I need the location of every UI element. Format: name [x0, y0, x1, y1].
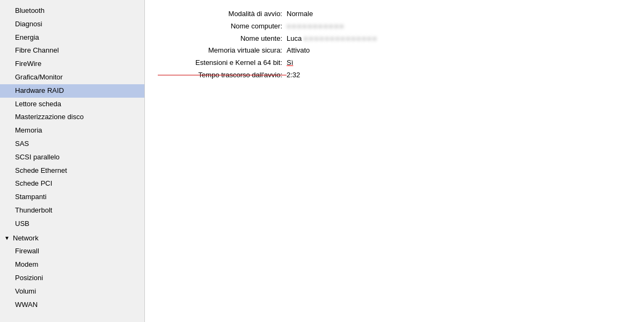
- sidebar-item-thunderbolt[interactable]: Thunderbolt: [0, 204, 144, 217]
- label-memoria: Memoria virtuale sicura:: [158, 45, 287, 56]
- sidebar-item-bluetooth[interactable]: Bluetooth: [0, 4, 144, 18]
- sidebar-item-diagnosi[interactable]: Diagnosi: [0, 18, 144, 31]
- value-memoria: Attivato: [287, 45, 310, 56]
- info-table: Modalità di avvio: Normale Nome computer…: [158, 9, 631, 81]
- info-row-modalita: Modalità di avvio: Normale: [158, 9, 631, 20]
- sidebar-item-firewire[interactable]: FireWire: [0, 57, 144, 71]
- main-content: Modalità di avvio: Normale Nome computer…: [145, 0, 644, 322]
- value-utente-blurred: ●●●●●●●●●●●●●●: [304, 33, 378, 45]
- label-utente: Nome utente:: [158, 33, 287, 45]
- info-row-tempo: Tempo trascorso dall'avvio: 2:32: [158, 70, 631, 81]
- info-row-utente: Nome utente: Luca ●●●●●●●●●●●●●●: [158, 33, 631, 45]
- sidebar-item-grafica-monitor[interactable]: Grafica/Monitor: [0, 71, 144, 84]
- sidebar-item-schede-ethernet[interactable]: Schede Ethernet: [0, 164, 144, 178]
- network-category-label: Network: [13, 233, 39, 244]
- triangle-icon: ▼: [4, 234, 11, 243]
- sidebar-item-energia[interactable]: Energia: [0, 31, 144, 45]
- sidebar-item-usb[interactable]: USB: [0, 217, 144, 231]
- sidebar-category-network[interactable]: ▼ Network: [0, 231, 144, 245]
- sidebar-item-firewall[interactable]: Firewall: [0, 245, 144, 258]
- sidebar: BluetoothDiagnosiEnergiaFibre ChannelFir…: [0, 0, 145, 322]
- sidebar-item-volumi[interactable]: Volumi: [0, 285, 144, 298]
- sidebar-item-posizioni[interactable]: Posizioni: [0, 272, 144, 285]
- label-modalita: Modalità di avvio:: [158, 9, 287, 20]
- info-row-kernel: Estensioni e Kernel a 64 bit: Sì: [158, 57, 631, 69]
- info-row-computer: Nome computer: ●●●●●●●●●●●: [158, 21, 631, 32]
- value-modalita: Normale: [287, 9, 313, 20]
- sidebar-item-fibre-channel[interactable]: Fibre Channel: [0, 44, 144, 57]
- sidebar-item-scsi-parallelo[interactable]: SCSI parallelo: [0, 151, 144, 164]
- sidebar-item-wwan[interactable]: WWAN: [0, 298, 144, 312]
- sidebar-item-lettore-scheda[interactable]: Lettore scheda: [0, 98, 144, 111]
- info-row-memoria: Memoria virtuale sicura: Attivato: [158, 45, 631, 56]
- value-tempo: 2:32: [287, 70, 300, 81]
- sidebar-item-sas[interactable]: SAS: [0, 137, 144, 151]
- value-utente: Luca: [287, 33, 304, 45]
- value-computer: ●●●●●●●●●●●: [287, 21, 345, 32]
- sidebar-item-masterizzazione-disco[interactable]: Masterizzazione disco: [0, 111, 144, 124]
- label-tempo: Tempo trascorso dall'avvio:: [158, 70, 287, 81]
- sidebar-item-hardware-raid[interactable]: Hardware RAID: [0, 84, 144, 98]
- label-computer: Nome computer:: [158, 21, 287, 32]
- sidebar-item-stampanti[interactable]: Stampanti: [0, 191, 144, 204]
- label-kernel: Estensioni e Kernel a 64 bit:: [158, 57, 287, 69]
- sidebar-item-modem[interactable]: Modem: [0, 258, 144, 272]
- sidebar-item-schede-pci[interactable]: Schede PCI: [0, 177, 144, 191]
- value-kernel: Sì: [287, 57, 293, 69]
- sidebar-item-memoria[interactable]: Memoria: [0, 124, 144, 137]
